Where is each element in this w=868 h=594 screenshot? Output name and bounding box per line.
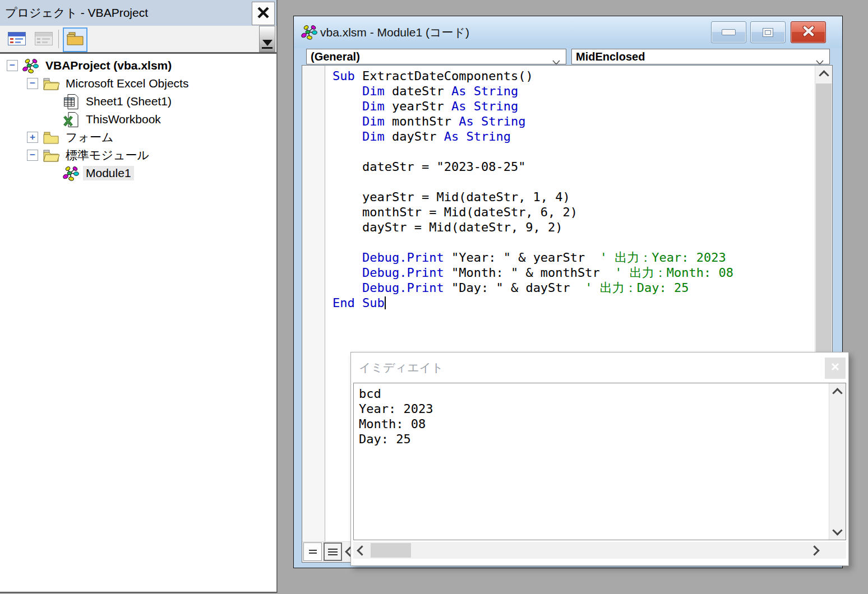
code-window-title: vba.xlsm - Module1 (コード) (320, 16, 469, 48)
minimize-button[interactable] (711, 21, 746, 43)
toolbar-overflow-button[interactable] (259, 26, 275, 52)
code-token: yearStr (385, 99, 451, 113)
code-keyword: As (451, 84, 467, 98)
restore-button[interactable] (750, 21, 786, 43)
toggle-folders-button[interactable] (63, 27, 87, 52)
tree-item-label: VBAProject (vba.xlsm) (43, 58, 174, 73)
tree-item-label: 標準モジュール (63, 147, 152, 164)
code-token (333, 84, 362, 98)
code-line: Dim yearStr As String (333, 99, 814, 114)
minimize-icon (722, 29, 736, 35)
folder-closed-icon (42, 129, 59, 146)
sheet-icon (62, 93, 80, 110)
procedure-dropdown[interactable]: MidEnclosed (571, 49, 830, 64)
tree-item-thisworkbook[interactable]: ThisWorkbook (0, 110, 275, 128)
tree-item-microsoft-excel-objects[interactable]: −Microsoft Excel Objects (0, 75, 275, 92)
code-line: Debug.Print "Year: " & yearStr ' 出力：Year… (333, 250, 814, 265)
code-token (466, 84, 473, 98)
tree-item-label: Module1 (83, 166, 134, 180)
tree-item-module1[interactable]: Module1 (0, 164, 275, 182)
tree-item-item-4[interactable]: +フォーム (0, 128, 275, 146)
code-line: Debug.Print "Day: " & dayStr ' 出力：Day: 2… (333, 280, 814, 295)
code-token: monthStr (385, 114, 459, 128)
code-line: Dim monthStr As String (333, 114, 814, 129)
code-comment: ' 出力：Month: 08 (615, 266, 733, 280)
code-keyword: Dim (362, 129, 385, 143)
tree-item-vbaproject-vba-xlsm[interactable]: − VBAProject (vba.xlsm) (0, 57, 275, 75)
code-token: monthStr = Mid(dateStr, 6, 2) (333, 205, 578, 219)
code-token: "Month: " & monthStr (444, 266, 615, 280)
module-icon (301, 24, 318, 43)
object-dropdown[interactable]: (General) (306, 49, 566, 64)
overflow-arrow-icon (262, 40, 273, 46)
overflow-bar-icon (262, 47, 273, 49)
scroll-up-icon[interactable] (815, 69, 832, 81)
close-icon (256, 5, 271, 22)
indicator-margin[interactable] (302, 66, 325, 542)
immediate-line: Year: 2023 (359, 401, 828, 416)
view-code-icon (7, 30, 26, 49)
code-token: yearStr = Mid(dateStr, 1, 4) (333, 190, 570, 204)
collapse-expander-icon[interactable]: − (27, 78, 38, 89)
scroll-down-icon[interactable] (829, 524, 846, 536)
code-line (333, 144, 814, 159)
full-module-view-button[interactable] (324, 542, 342, 561)
scroll-left-icon[interactable] (355, 544, 368, 556)
immediate-content[interactable]: bcdYear: 2023Month: 08Day: 25 (353, 383, 846, 540)
scroll-right-icon[interactable] (808, 544, 820, 556)
code-token: ExtractDateComponents() (355, 69, 533, 83)
horizontal-scroll-thumb[interactable] (371, 543, 411, 558)
full-module-view-icon (328, 549, 338, 550)
close-button[interactable] (791, 21, 826, 43)
code-keyword: As (444, 129, 459, 143)
scroll-up-icon[interactable] (829, 387, 846, 399)
view-code-button[interactable] (4, 27, 29, 52)
immediate-titlebar[interactable]: イミディエイト (351, 352, 848, 383)
procedure-view-icon (309, 550, 317, 551)
code-keyword: String (474, 84, 518, 98)
collapse-expander-icon[interactable]: − (27, 150, 38, 161)
view-object-icon (34, 30, 53, 49)
immediate-close-button[interactable] (825, 358, 846, 379)
code-token (333, 250, 362, 264)
project-icon (22, 57, 39, 74)
code-comment: ' 出力：Day: 25 (585, 281, 689, 295)
code-keyword: Debug.Print (362, 266, 444, 280)
code-token: dateStr (385, 84, 451, 98)
code-line: dayStr = Mid(dateStr, 9, 2) (333, 220, 814, 235)
view-object-button[interactable] (31, 27, 56, 52)
code-line: yearStr = Mid(dateStr, 1, 4) (333, 189, 814, 205)
folder-open-icon (42, 147, 59, 164)
folder-open-icon (42, 75, 59, 92)
code-keyword: As (451, 99, 467, 113)
restore-icon (763, 28, 773, 37)
code-line: Debug.Print "Month: " & monthStr ' 出力：Mo… (333, 265, 814, 280)
expand-expander-icon[interactable]: + (27, 132, 38, 143)
project-panel-titlebar[interactable]: プロジェクト - VBAProject (0, 0, 276, 26)
code-line: dateStr = "2023-08-25" (333, 159, 814, 174)
tree-item-label: Microsoft Excel Objects (63, 76, 191, 91)
code-window-titlebar[interactable]: vba.xlsm - Module1 (コード) (294, 16, 842, 48)
procedure-view-button[interactable] (303, 542, 322, 561)
code-keyword: Dim (362, 114, 385, 128)
code-keyword: As (459, 114, 474, 128)
module-icon (62, 165, 80, 182)
tree-item-label: フォーム (63, 129, 116, 146)
tree-item-item-5[interactable]: −標準モジュール (0, 146, 275, 164)
code-keyword: Debug.Print (362, 250, 444, 264)
code-line: monthStr = Mid(dateStr, 6, 2) (333, 205, 814, 220)
text-caret (385, 296, 386, 309)
project-panel-close-button[interactable] (252, 2, 275, 25)
code-keyword: End Sub (333, 296, 385, 310)
collapse-expander-icon[interactable]: − (7, 60, 18, 71)
tree-item-label: Sheet1 (Sheet1) (83, 94, 174, 109)
immediate-text[interactable]: bcdYear: 2023Month: 08Day: 25 (359, 386, 828, 539)
code-keyword: Debug.Print (362, 281, 444, 295)
code-token (333, 99, 362, 113)
code-keyword: Sub (333, 69, 355, 83)
project-tree[interactable]: − VBAProject (vba.xlsm)−Microsoft Excel … (0, 57, 275, 591)
tree-item-sheet1-sheet1[interactable]: Sheet1 (Sheet1) (0, 92, 275, 110)
immediate-vertical-scrollbar[interactable] (829, 383, 846, 540)
immediate-horizontal-scrollbar[interactable] (353, 542, 846, 559)
code-line: Dim dayStr As String (333, 129, 814, 144)
